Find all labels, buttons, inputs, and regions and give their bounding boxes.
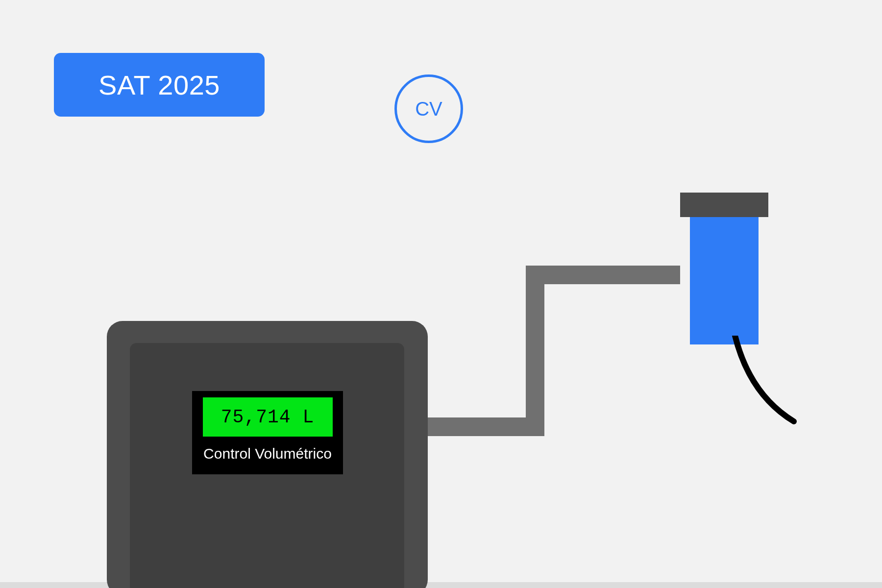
pipe-segment <box>428 417 526 436</box>
sat-badge-label: SAT 2025 <box>98 69 220 101</box>
cv-circle-label: CV <box>415 98 442 120</box>
fuel-nozzle-body <box>690 217 759 344</box>
pipe-segment <box>526 266 544 436</box>
device-label: Control Volumétrico <box>203 445 332 462</box>
fuel-nozzle-cap <box>680 193 768 217</box>
lcd-readout: 75,714 L <box>203 397 333 437</box>
pipe-segment <box>526 266 680 284</box>
control-device-screen: 75,714 L Control Volumétrico <box>192 391 343 474</box>
fuel-hose-icon <box>710 336 818 443</box>
sat-badge: SAT 2025 <box>54 53 265 117</box>
cv-circle-icon: CV <box>394 74 463 143</box>
